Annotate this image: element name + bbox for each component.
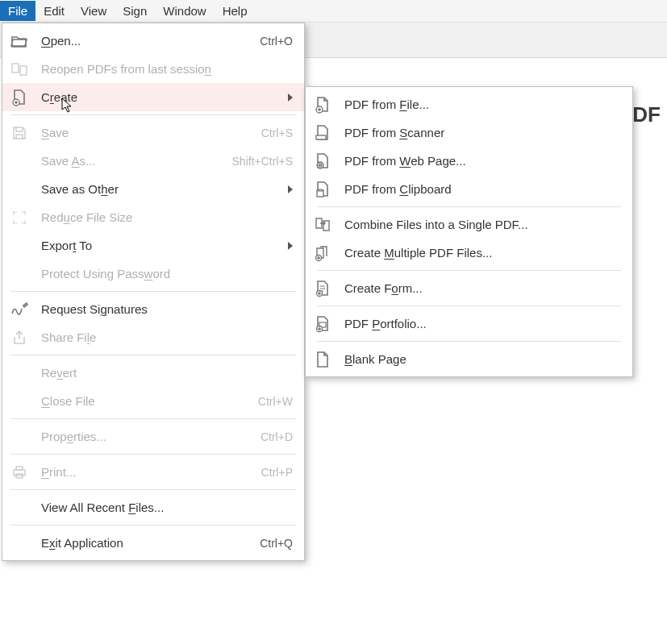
menu-signatures-label: Request Signatures [41, 302, 293, 316]
menu-reopen-label: Reopen PDFs from last session [41, 62, 293, 76]
menu-open[interactable]: Open... Ctrl+O [2, 27, 304, 55]
menu-share-label: Share File [41, 330, 293, 344]
menu-print: Print... Ctrl+P [2, 458, 304, 486]
menu-separator [10, 291, 296, 292]
menu-signatures[interactable]: Request Signatures [2, 295, 304, 323]
submenu-from-web-label: PDF from Web Page... [344, 154, 621, 168]
menu-create[interactable]: Create [2, 83, 304, 111]
menu-export-label: Export To [41, 239, 281, 252]
chevron-right-icon [288, 93, 293, 102]
menu-recent-files[interactable]: View All Recent Files... [2, 493, 304, 521]
svg-rect-1 [20, 66, 27, 75]
menu-save-other-label: Save as Other [41, 182, 281, 196]
submenu-blank[interactable]: Blank Page [306, 345, 632, 373]
menu-reduce: Reduce File Size [2, 203, 304, 231]
submenu-separator [317, 206, 621, 207]
print-icon [10, 463, 28, 481]
pdf-web-icon [314, 152, 331, 170]
menu-save-as-label: Save As... [41, 154, 218, 168]
submenu-combine-label: Combine Files into a Single PDF... [344, 218, 621, 231]
blank-icon [10, 237, 28, 255]
signature-icon [10, 301, 28, 318]
pdf-clipboard-icon [314, 181, 331, 198]
blank-icon [10, 181, 28, 198]
menu-recent-label: View All Recent Files... [41, 501, 293, 514]
blank-icon [10, 534, 28, 552]
submenu-multiple[interactable]: Create Multiple PDF Files... [306, 239, 632, 267]
menubar-view[interactable]: View [73, 1, 115, 21]
menu-reopen: Reopen PDFs from last session [2, 55, 304, 83]
menu-close-shortcut: Ctrl+W [258, 395, 293, 408]
menu-save: Save Ctrl+S [2, 118, 304, 147]
menu-open-label: Open... [41, 34, 245, 48]
portfolio-icon [314, 315, 331, 333]
reduce-icon [10, 209, 28, 226]
svg-rect-4 [16, 467, 23, 470]
svg-rect-0 [12, 64, 19, 73]
submenu-portfolio-label: PDF Portfolio... [344, 317, 621, 330]
menu-close: Close File Ctrl+W [2, 387, 304, 415]
blank-icon [10, 364, 28, 382]
menu-close-label: Close File [41, 394, 244, 408]
submenu-pdf-from-scanner[interactable]: PDF from Scanner [306, 118, 632, 147]
menu-revert: Revert [2, 359, 304, 387]
menu-revert-label: Revert [41, 366, 293, 380]
blank-icon [10, 428, 28, 446]
form-icon [314, 280, 331, 297]
menu-create-label: Create [41, 90, 281, 104]
menu-save-as: Save As... Shift+Ctrl+S [2, 147, 304, 175]
menubar-sign[interactable]: Sign [115, 1, 155, 21]
menu-exit[interactable]: Exit Application Ctrl+Q [2, 529, 304, 557]
multiple-icon [314, 244, 331, 262]
menu-exit-shortcut: Ctrl+Q [260, 537, 293, 550]
menu-properties-shortcut: Ctrl+D [261, 430, 293, 443]
submenu-separator [317, 270, 621, 271]
submenu-from-file-label: PDF from File... [344, 98, 621, 111]
svg-rect-10 [319, 189, 322, 191]
blank-icon [10, 265, 28, 283]
blank-icon [10, 152, 28, 170]
menu-separator [10, 418, 296, 419]
submenu-separator [317, 341, 621, 342]
menu-export[interactable]: Export To [2, 231, 304, 260]
chevron-right-icon [288, 242, 293, 250]
share-icon [10, 329, 28, 347]
submenu-pdf-from-web[interactable]: PDF from Web Page... [306, 147, 632, 175]
menu-separator [10, 454, 296, 455]
menu-save-label: Save [41, 126, 247, 139]
menu-save-other[interactable]: Save as Other [2, 175, 304, 203]
submenu-pdf-from-clipboard[interactable]: PDF from Clipboard [306, 175, 632, 203]
create-submenu: PDF from File... PDF from Scanner PDF fr… [305, 86, 633, 377]
menu-separator [10, 355, 296, 355]
blank-icon [10, 393, 28, 410]
submenu-combine[interactable]: Combine Files into a Single PDF... [306, 210, 632, 239]
submenu-form-label: Create Form... [344, 281, 621, 295]
submenu-portfolio[interactable]: PDF Portfolio... [306, 310, 632, 338]
submenu-blank-label: Blank Page [344, 352, 621, 366]
menubar-edit[interactable]: Edit [35, 1, 73, 21]
menu-properties-label: Properties... [41, 430, 246, 443]
svg-rect-3 [14, 470, 25, 476]
menu-print-shortcut: Ctrl+P [261, 466, 293, 479]
pdf-file-icon [314, 96, 331, 114]
menubar-help[interactable]: Help [215, 1, 256, 21]
menu-separator [10, 114, 296, 115]
chevron-right-icon [288, 185, 293, 193]
submenu-multiple-label: Create Multiple PDF Files... [344, 246, 621, 260]
submenu-form[interactable]: Create Form... [306, 274, 632, 302]
submenu-from-clipboard-label: PDF from Clipboard [344, 182, 621, 196]
submenu-from-scanner-label: PDF from Scanner [344, 126, 621, 139]
menu-separator [10, 489, 296, 490]
combine-icon [314, 216, 331, 234]
save-icon [10, 124, 28, 142]
menubar-file[interactable]: File [0, 1, 35, 21]
menubar-window[interactable]: Window [155, 1, 214, 21]
pdf-scanner-icon [314, 124, 331, 142]
menu-exit-label: Exit Application [41, 536, 245, 550]
file-menu: Open... Ctrl+O Reopen PDFs from last ses… [2, 23, 305, 561]
menu-protect-label: Protect Using Password [41, 267, 293, 280]
menu-save-shortcut: Ctrl+S [261, 127, 293, 139]
submenu-pdf-from-file[interactable]: PDF from File... [306, 90, 632, 118]
menu-properties: Properties... Ctrl+D [2, 422, 304, 451]
menu-protect: Protect Using Password [2, 260, 304, 288]
